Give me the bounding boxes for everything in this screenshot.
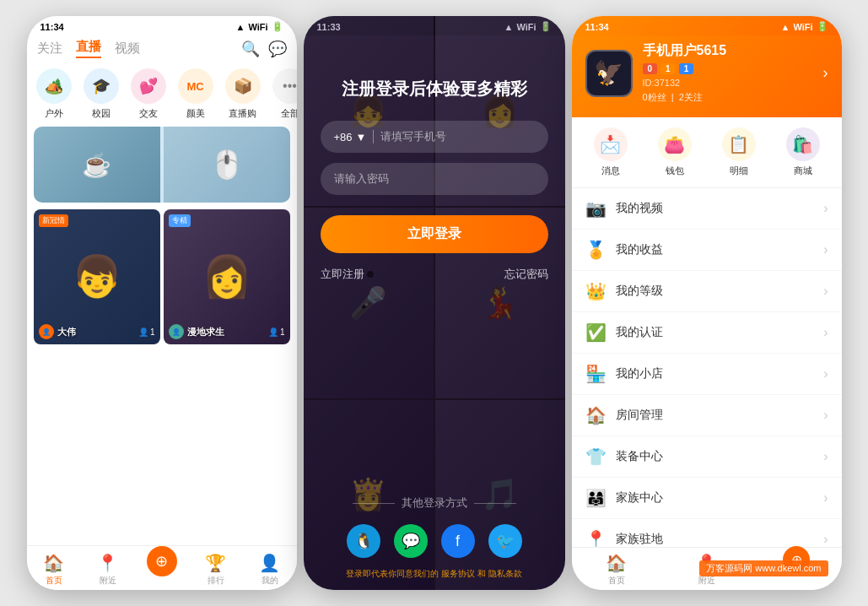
nav-nearby[interactable]: 📍 附近: [81, 553, 135, 587]
arrow-right-icon-4: ›: [823, 325, 828, 340]
nav-mine[interactable]: 👤 我的: [243, 553, 297, 587]
live-card-1[interactable]: 👦 新冠情 👤 大伟 👤1: [34, 209, 160, 344]
nav-rank[interactable]: 🏆 排行: [189, 553, 243, 587]
arrow-right-icon-8: ›: [823, 490, 828, 506]
bottom-nav-1: 🏠 首页 📍 附近 ⊕ 🏆 排行 👤 我的: [27, 545, 297, 590]
login-button[interactable]: 立即登录: [321, 215, 548, 253]
family-icon: 👨‍👩‍👧: [585, 488, 606, 508]
income-icon: 🏅: [585, 240, 606, 260]
wechat-login[interactable]: 💬: [394, 524, 428, 558]
user-stats: 0粉丝 | 2关注: [643, 91, 813, 104]
cat-live-shop[interactable]: 📦 直播购: [223, 68, 263, 120]
arrow-right-icon-9: ›: [823, 532, 828, 547]
nav-tabs: 关注 直播 视频 🔍 💬: [27, 35, 297, 65]
list-item-family-base[interactable]: 📍 家族驻地 ›: [572, 519, 842, 547]
user-id: ID:37132: [643, 78, 813, 88]
card-badge-2: 专精: [169, 214, 191, 227]
list-item-my-level[interactable]: 👑 我的等级 ›: [572, 271, 842, 312]
profile-header: 🦅 手机用户5615 0 1 1 ID:37132 0粉丝 |: [572, 35, 842, 117]
video-icon: 📷: [585, 198, 606, 219]
arrow-right-icon-7: ›: [823, 449, 828, 464]
user-info: 手机用户5615 0 1 1 ID:37132 0粉丝 | 2关注: [643, 42, 813, 104]
cat-all[interactable]: ••• 全部: [270, 68, 297, 120]
card-user-1: 👤 大伟 👤1: [39, 324, 155, 339]
location-icon: 📍: [585, 529, 606, 547]
arrow-right-icon-6: ›: [823, 408, 828, 423]
phone-3: 11:34 ▲ WiFi 🔋 🦅 手机用户5615 0: [572, 16, 842, 590]
phone-2: 11:33 ▲ WiFi 🔋 👧 👩 🎤 💃 👸 🎵 注册登录后体验更多精彩: [304, 16, 565, 590]
chevron-right-icon[interactable]: ›: [823, 64, 828, 82]
arrow-right-icon-2: ›: [823, 242, 828, 257]
list-item-my-income[interactable]: 🏅 我的收益 ›: [572, 230, 842, 271]
store-icon: 🏪: [585, 364, 606, 384]
cert-icon: ✅: [585, 322, 606, 343]
cat-outdoor[interactable]: 🏕️ 户外: [34, 68, 74, 120]
username: 手机用户5615: [643, 42, 813, 60]
search-icon[interactable]: 🔍: [241, 40, 260, 58]
status-bar-3: 11:34 ▲ WiFi 🔋: [572, 16, 842, 35]
tab-video[interactable]: 视频: [115, 41, 140, 57]
login-form: 注册登录后体验更多精彩 +86 ▼ 请填写手机号 请输入密码 立即登录: [304, 61, 565, 299]
status-bar-1: 11:34 ▲ WiFi 🔋: [27, 16, 297, 35]
twitter-login[interactable]: 🐦: [488, 524, 522, 558]
time-3: 11:34: [585, 22, 609, 32]
category-list: 🏕️ 户外 🎓 校园 💕 交友 MC 颜美 📦 直播购: [27, 65, 297, 127]
social-login: 其他登录方式 🐧 💬 f 🐦 登录即代表你同意我们的 服务协议 和 隐私条款: [304, 485, 565, 590]
menu-message[interactable]: 📩 消息: [579, 127, 643, 177]
menu-detail[interactable]: 📋 明细: [707, 127, 771, 177]
watermark: 万客源码网 www.dkewl.com: [699, 560, 828, 576]
status-icons-1: ▲ WiFi 🔋: [235, 21, 283, 32]
list-item-my-store[interactable]: 🏪 我的小店 ›: [572, 354, 842, 395]
nav-broadcast[interactable]: ⊕: [135, 553, 189, 587]
qq-login[interactable]: 🐧: [347, 524, 380, 558]
cat-friends[interactable]: 💕 交友: [128, 68, 169, 120]
auth-links: 立即注册 忘记密码: [321, 267, 548, 282]
user-row: 🦅 手机用户5615 0 1 1 ID:37132 0粉丝 |: [585, 42, 828, 104]
list-item-my-video[interactable]: 📷 我的视频 ›: [572, 188, 842, 230]
arrow-right-icon-3: ›: [823, 284, 828, 299]
menu-shop[interactable]: 🛍️ 商城: [771, 127, 835, 177]
live-card-2[interactable]: 👩 专精 👤 漫地求生 👤1: [164, 209, 290, 344]
arrow-right-icon-5: ›: [823, 366, 828, 381]
cursor-icon: [367, 271, 374, 278]
arrow-right-icon: ›: [823, 201, 828, 216]
list-item-my-cert[interactable]: ✅ 我的认证 ›: [572, 312, 842, 354]
list-item-family[interactable]: 👨‍👩‍👧 家族中心 ›: [572, 478, 842, 519]
user-badges: 0 1 1: [643, 63, 813, 74]
nav-action-icons: 🔍 💬: [241, 40, 287, 58]
facebook-login[interactable]: f: [441, 524, 475, 558]
p3-nav-home[interactable]: 🏠 首页: [572, 553, 662, 587]
forgot-link[interactable]: 忘记密码: [504, 267, 548, 282]
agree-text: 登录即代表你同意我们的 服务协议 和 隐私条款: [346, 568, 521, 580]
quick-menu: 📩 消息 👛 钱包 📋 明细: [572, 117, 842, 188]
card-user-2: 👤 漫地求生 👤1: [169, 324, 285, 339]
banner: ☕ 🖱️: [34, 127, 290, 203]
cat-campus[interactable]: 🎓 校园: [81, 68, 121, 120]
phone-input-row[interactable]: +86 ▼ 请填写手机号: [321, 121, 548, 153]
equipment-icon: 👕: [585, 446, 606, 467]
room-icon: 🏠: [585, 405, 606, 425]
social-icons: 🐧 💬 f 🐦: [347, 524, 522, 558]
tab-follow[interactable]: 关注: [37, 41, 62, 57]
time-1: 11:34: [40, 22, 64, 32]
menu-wallet[interactable]: 👛 钱包: [643, 127, 707, 177]
cat-beauty[interactable]: MC 颜美: [175, 68, 216, 120]
country-code[interactable]: +86 ▼: [334, 131, 367, 143]
list-item-equipment[interactable]: 👕 装备中心 ›: [572, 436, 842, 478]
phone-1: 11:34 ▲ WiFi 🔋 关注 直播 视频 🔍 💬: [27, 16, 297, 590]
level-icon: 👑: [585, 281, 606, 301]
phone-placeholder: 请填写手机号: [380, 129, 534, 144]
nav-home[interactable]: 🏠 首页: [27, 553, 81, 587]
other-login-label: 其他登录方式: [353, 495, 516, 511]
user-avatar: 🦅: [585, 50, 633, 97]
message-icon[interactable]: 💬: [268, 40, 287, 58]
card-badge-1: 新冠情: [39, 214, 68, 227]
menu-list: 📷 我的视频 › 🏅 我的收益 › 👑 我的等级 › ✅ 我的认证: [572, 188, 842, 547]
password-input[interactable]: 请输入密码: [321, 163, 548, 195]
tab-live[interactable]: 直播: [76, 39, 101, 58]
register-link[interactable]: 立即注册: [321, 267, 375, 282]
list-item-room[interactable]: 🏠 房间管理 ›: [572, 395, 842, 436]
input-group: +86 ▼ 请填写手机号 请输入密码: [321, 121, 548, 195]
live-grid: 👦 新冠情 👤 大伟 👤1: [34, 209, 290, 344]
login-title: 注册登录后体验更多精彩: [342, 78, 527, 100]
